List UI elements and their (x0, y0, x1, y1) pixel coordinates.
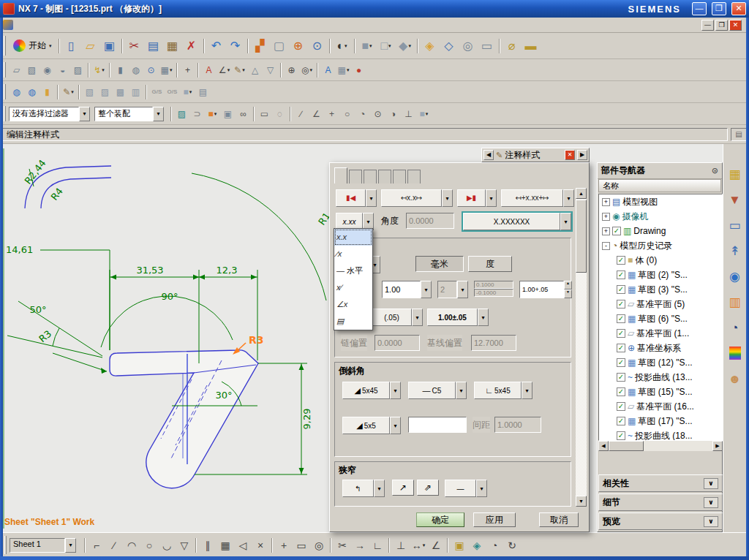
orient-option-horizontal[interactable]: —水平 (334, 262, 372, 279)
table-icon[interactable]: ▦▾ (336, 62, 351, 77)
chevron-down-icon[interactable] (560, 213, 571, 230)
spinner[interactable]: ▲▼ (564, 281, 572, 298)
new-sheet-icon[interactable]: ▱ (9, 62, 24, 77)
expand-toggle[interactable]: + (602, 198, 610, 206)
chevron-down-icon[interactable]: ▾ (214, 111, 217, 117)
gs-icon[interactable]: G/S (149, 84, 165, 99)
visibility-checkbox[interactable]: ✓ (617, 329, 625, 338)
snap-cube-icon[interactable]: ■▾ (416, 106, 432, 121)
dimension-label[interactable]: 31,53 (136, 265, 163, 276)
chevron-down-icon[interactable]: ▾ (242, 67, 245, 73)
chevron-down-icon[interactable]: ▾ (102, 67, 105, 73)
navigator-item-projected-curve-13[interactable]: ✓ ~ 投影曲线 (13... (599, 370, 722, 385)
menu-help[interactable] (138, 23, 148, 26)
chevron-down-icon[interactable] (153, 107, 164, 121)
scroll-right-icon[interactable]: ▶ (712, 441, 723, 451)
menu-customize[interactable] (128, 23, 138, 26)
menu-insert[interactable] (46, 23, 56, 26)
fit-view-icon[interactable]: ▢ (270, 37, 289, 56)
dim-placement-left-combo[interactable]: ▮◀ (336, 189, 377, 207)
cut-icon[interactable]: ✂ (125, 37, 144, 56)
chain-offset-field[interactable] (374, 335, 420, 351)
chamfer-style-combo[interactable]: ◢5x45 (342, 382, 401, 399)
note-icon[interactable]: ✎▾ (232, 62, 247, 77)
selection-filter-combo[interactable]: 没有选择过滤器 (9, 107, 90, 121)
chevron-down-icon[interactable]: ▾ (309, 67, 312, 73)
scroll-right-icon[interactable]: ▶ (577, 150, 587, 160)
tolerance-display-combo-2[interactable]: 1.00±.05 (427, 309, 489, 326)
panel-details[interactable]: 细节 (598, 493, 723, 511)
toolbar-handle[interactable] (4, 106, 6, 122)
tolerance-style-combo[interactable]: 1.00+.05 ▲▼ (519, 281, 572, 298)
intersection-icon[interactable]: × (252, 537, 269, 554)
radius-label[interactable]: R4 (49, 186, 65, 203)
angle-label[interactable]: 50° (29, 304, 46, 315)
snap-end-icon[interactable]: ∕ (293, 106, 309, 121)
edit-text-icon[interactable]: A (320, 62, 336, 77)
navigator-item-history[interactable]: - ◔ 模型历史记录 (599, 238, 722, 253)
marquee-select-icon[interactable]: ▭ (257, 106, 272, 121)
angle-label[interactable]: 90° (161, 291, 178, 302)
chevron-down-icon[interactable]: ▾ (408, 43, 411, 49)
chevron-down-icon[interactable]: ▾ (189, 89, 192, 95)
new-file-icon[interactable]: ▯ (62, 37, 81, 56)
break-view-icon[interactable]: ▨ (70, 62, 86, 77)
narrow-style-combo[interactable]: ↰ (342, 480, 385, 497)
navigator-item-drawing[interactable]: + ✓ ▥ Drawing (599, 224, 722, 238)
chevron-down-icon[interactable]: ▾ (227, 67, 230, 73)
menu-tools[interactable] (67, 23, 77, 26)
measure-distance-icon[interactable]: ⌀ (503, 37, 522, 56)
dimension-format-combo[interactable]: X.XXXXXX (463, 213, 571, 230)
custom-symbol-icon[interactable]: ▽ (263, 62, 278, 77)
magnifier-icon[interactable]: ⊙ (143, 62, 159, 77)
panel-dependencies[interactable]: 相关性 (598, 474, 723, 492)
units-deg-button[interactable]: 度 (468, 256, 512, 272)
palette-icon[interactable]: ▥ (726, 292, 745, 311)
paste-icon[interactable]: ▦ (163, 37, 182, 56)
offset-curve-icon[interactable]: ∥ (199, 537, 217, 554)
detail-view-icon[interactable]: ◉ (39, 62, 55, 77)
snap-center-icon[interactable]: ⊙ (370, 106, 385, 121)
window-nav-icon[interactable]: ▭ (726, 216, 745, 235)
child-minimize-button[interactable]: — (701, 20, 714, 31)
orient-option-angled[interactable]: ∕x (334, 246, 372, 262)
maximize-button[interactable]: ❒ (712, 2, 726, 15)
minimize-button[interactable]: — (692, 2, 707, 15)
visibility-checkbox[interactable]: ✓ (617, 285, 625, 294)
chamfer-symbol-combo[interactable]: ∟5x45 (474, 382, 532, 399)
pin-icon[interactable]: ⊙ (712, 166, 718, 175)
radius-label[interactable]: R3 (37, 328, 53, 345)
part-outline[interactable] (110, 350, 258, 488)
delete-icon[interactable]: ✗ (182, 37, 201, 56)
id-symbol-icon[interactable]: △ (247, 62, 263, 77)
info-icon[interactable]: ◉ (726, 267, 745, 286)
chevron-down-icon[interactable] (478, 309, 489, 326)
chevron-down-icon[interactable] (421, 281, 432, 298)
tab-stack[interactable] (407, 170, 421, 183)
auto-dimension-icon[interactable]: ↔▾ (410, 537, 427, 554)
balloon-icon[interactable]: ◍ (128, 62, 143, 77)
radius-label[interactable]: R2,44 (23, 158, 48, 186)
placement-glyph-icon[interactable]: ▶▮ (457, 189, 486, 207)
visibility-checkbox[interactable]: ✓ (617, 344, 625, 352)
tree-hscrollbar[interactable]: ◀ ▶ (598, 441, 723, 451)
show-constraints-icon[interactable]: ∠ (427, 537, 445, 554)
chevron-down-icon[interactable] (486, 189, 497, 207)
dim-text-position-combo[interactable]: ↤x.x↦ (381, 189, 453, 207)
dim-placement-right-combo[interactable]: ▶▮ (457, 189, 497, 207)
target-point-icon[interactable]: ⊕ (284, 62, 299, 77)
snap-perp-icon[interactable]: ⊥ (401, 106, 416, 121)
dimension-label[interactable]: 14,61 (6, 244, 33, 255)
stamp2-icon[interactable]: ▨ (97, 84, 113, 99)
chevron-down-icon[interactable] (456, 382, 467, 399)
cubes-icon[interactable]: ▣ (220, 106, 236, 121)
stop-icon[interactable]: ▣ (451, 537, 468, 554)
center-mark-icon[interactable]: ◎▾ (299, 62, 315, 77)
units-mm-button[interactable]: 毫米 (415, 256, 464, 272)
polygon-icon[interactable]: ▽ (176, 537, 193, 554)
chevron-down-icon[interactable]: ▾ (423, 542, 426, 548)
measure-ruler-icon[interactable]: ▬ (522, 37, 541, 56)
tolerance-display-combo-1[interactable]: (.05) (372, 309, 423, 326)
open-file-icon[interactable]: ▱ (81, 37, 100, 56)
navigator-item-sketch-15[interactable]: ✓ ▦ 草图 (15) "S... (599, 385, 722, 399)
